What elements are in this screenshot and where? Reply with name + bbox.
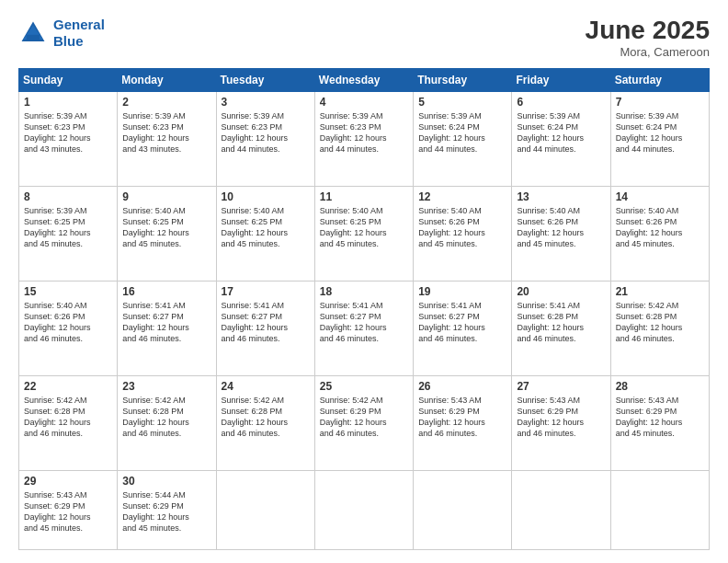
day-number: 13 xyxy=(517,190,605,203)
cell-info: Sunrise: 5:40 AM Sunset: 6:25 PM Dayligh… xyxy=(320,205,408,250)
cell-info: Sunrise: 5:43 AM Sunset: 6:29 PM Dayligh… xyxy=(418,395,506,440)
cell-info: Sunrise: 5:40 AM Sunset: 6:26 PM Dayligh… xyxy=(24,300,112,345)
calendar-cell: 9Sunrise: 5:40 AM Sunset: 6:25 PM Daylig… xyxy=(118,186,216,281)
calendar-week-3: 15Sunrise: 5:40 AM Sunset: 6:26 PM Dayli… xyxy=(19,281,710,375)
cell-info: Sunrise: 5:42 AM Sunset: 6:28 PM Dayligh… xyxy=(122,395,210,440)
calendar-cell: 8Sunrise: 5:39 AM Sunset: 6:25 PM Daylig… xyxy=(19,186,118,281)
calendar-cell xyxy=(414,470,512,549)
day-number: 9 xyxy=(122,190,210,203)
cell-info: Sunrise: 5:42 AM Sunset: 6:29 PM Dayligh… xyxy=(320,395,408,440)
day-number: 30 xyxy=(122,475,210,488)
logo-icon xyxy=(18,18,48,48)
day-number: 20 xyxy=(517,285,605,298)
calendar-cell: 23Sunrise: 5:42 AM Sunset: 6:28 PM Dayli… xyxy=(118,375,216,470)
cell-info: Sunrise: 5:41 AM Sunset: 6:28 PM Dayligh… xyxy=(517,300,605,345)
calendar-cell: 26Sunrise: 5:43 AM Sunset: 6:29 PM Dayli… xyxy=(414,375,512,470)
calendar-cell: 30Sunrise: 5:44 AM Sunset: 6:29 PM Dayli… xyxy=(118,470,216,549)
calendar-cell: 20Sunrise: 5:41 AM Sunset: 6:28 PM Dayli… xyxy=(512,281,610,375)
calendar-cell: 15Sunrise: 5:40 AM Sunset: 6:26 PM Dayli… xyxy=(19,281,118,375)
day-number: 28 xyxy=(616,380,704,393)
cell-info: Sunrise: 5:39 AM Sunset: 6:23 PM Dayligh… xyxy=(24,110,112,155)
cell-info: Sunrise: 5:39 AM Sunset: 6:24 PM Dayligh… xyxy=(517,110,605,155)
calendar-cell: 5Sunrise: 5:39 AM Sunset: 6:24 PM Daylig… xyxy=(414,91,512,186)
col-header-wednesday: Wednesday xyxy=(314,68,413,91)
calendar-cell: 10Sunrise: 5:40 AM Sunset: 6:25 PM Dayli… xyxy=(216,186,314,281)
calendar-cell: 18Sunrise: 5:41 AM Sunset: 6:27 PM Dayli… xyxy=(314,281,413,375)
cell-info: Sunrise: 5:43 AM Sunset: 6:29 PM Dayligh… xyxy=(24,489,112,534)
cell-info: Sunrise: 5:39 AM Sunset: 6:25 PM Dayligh… xyxy=(24,205,112,250)
month-title: June 2025 xyxy=(586,17,710,45)
cell-info: Sunrise: 5:41 AM Sunset: 6:27 PM Dayligh… xyxy=(320,300,408,345)
col-header-friday: Friday xyxy=(512,68,610,91)
cell-info: Sunrise: 5:40 AM Sunset: 6:25 PM Dayligh… xyxy=(122,205,210,250)
calendar-cell: 19Sunrise: 5:41 AM Sunset: 6:27 PM Dayli… xyxy=(414,281,512,375)
cell-info: Sunrise: 5:43 AM Sunset: 6:29 PM Dayligh… xyxy=(517,395,605,440)
cell-info: Sunrise: 5:39 AM Sunset: 6:24 PM Dayligh… xyxy=(616,110,704,155)
day-number: 6 xyxy=(517,96,605,109)
cell-info: Sunrise: 5:40 AM Sunset: 6:26 PM Dayligh… xyxy=(616,205,704,250)
logo: General Blue xyxy=(18,17,105,50)
calendar-week-1: 1Sunrise: 5:39 AM Sunset: 6:23 PM Daylig… xyxy=(19,91,710,186)
title-block: June 2025 Mora, Cameroon xyxy=(586,17,710,59)
day-number: 1 xyxy=(24,96,112,109)
cell-info: Sunrise: 5:39 AM Sunset: 6:23 PM Dayligh… xyxy=(222,110,310,155)
calendar-cell: 6Sunrise: 5:39 AM Sunset: 6:24 PM Daylig… xyxy=(512,91,610,186)
calendar-cell: 12Sunrise: 5:40 AM Sunset: 6:26 PM Dayli… xyxy=(414,186,512,281)
calendar-cell: 29Sunrise: 5:43 AM Sunset: 6:29 PM Dayli… xyxy=(19,470,118,549)
calendar-cell: 2Sunrise: 5:39 AM Sunset: 6:23 PM Daylig… xyxy=(118,91,216,186)
calendar-cell: 17Sunrise: 5:41 AM Sunset: 6:27 PM Dayli… xyxy=(216,281,314,375)
day-number: 11 xyxy=(320,190,408,203)
calendar-cell xyxy=(610,470,709,549)
calendar-cell: 13Sunrise: 5:40 AM Sunset: 6:26 PM Dayli… xyxy=(512,186,610,281)
calendar-week-4: 22Sunrise: 5:42 AM Sunset: 6:28 PM Dayli… xyxy=(19,375,710,470)
calendar-cell: 24Sunrise: 5:42 AM Sunset: 6:28 PM Dayli… xyxy=(216,375,314,470)
logo-line1: General xyxy=(53,17,105,32)
col-header-monday: Monday xyxy=(118,68,216,91)
calendar-header-row: SundayMondayTuesdayWednesdayThursdayFrid… xyxy=(19,68,710,91)
col-header-saturday: Saturday xyxy=(610,68,709,91)
col-header-tuesday: Tuesday xyxy=(216,68,314,91)
cell-info: Sunrise: 5:42 AM Sunset: 6:28 PM Dayligh… xyxy=(616,300,704,345)
day-number: 15 xyxy=(24,285,112,298)
cell-info: Sunrise: 5:43 AM Sunset: 6:29 PM Dayligh… xyxy=(616,395,704,440)
day-number: 7 xyxy=(616,96,704,109)
calendar-cell: 11Sunrise: 5:40 AM Sunset: 6:25 PM Dayli… xyxy=(314,186,413,281)
cell-info: Sunrise: 5:39 AM Sunset: 6:24 PM Dayligh… xyxy=(418,110,506,155)
calendar-cell: 16Sunrise: 5:41 AM Sunset: 6:27 PM Dayli… xyxy=(118,281,216,375)
day-number: 8 xyxy=(24,190,112,203)
cell-info: Sunrise: 5:41 AM Sunset: 6:27 PM Dayligh… xyxy=(122,300,210,345)
cell-info: Sunrise: 5:41 AM Sunset: 6:27 PM Dayligh… xyxy=(222,300,310,345)
day-number: 21 xyxy=(616,285,704,298)
day-number: 26 xyxy=(418,380,506,393)
calendar-cell xyxy=(314,470,413,549)
day-number: 17 xyxy=(222,285,310,298)
calendar-cell: 21Sunrise: 5:42 AM Sunset: 6:28 PM Dayli… xyxy=(610,281,709,375)
day-number: 18 xyxy=(320,285,408,298)
cell-info: Sunrise: 5:41 AM Sunset: 6:27 PM Dayligh… xyxy=(418,300,506,345)
logo-line2: Blue xyxy=(53,33,84,49)
cell-info: Sunrise: 5:40 AM Sunset: 6:26 PM Dayligh… xyxy=(517,205,605,250)
calendar-cell: 22Sunrise: 5:42 AM Sunset: 6:28 PM Dayli… xyxy=(19,375,118,470)
calendar-cell: 3Sunrise: 5:39 AM Sunset: 6:23 PM Daylig… xyxy=(216,91,314,186)
calendar-week-5: 29Sunrise: 5:43 AM Sunset: 6:29 PM Dayli… xyxy=(19,470,710,549)
cell-info: Sunrise: 5:42 AM Sunset: 6:28 PM Dayligh… xyxy=(24,395,112,440)
logo-text: General Blue xyxy=(53,17,105,50)
day-number: 3 xyxy=(222,96,310,109)
day-number: 22 xyxy=(24,380,112,393)
day-number: 27 xyxy=(517,380,605,393)
svg-rect-2 xyxy=(27,35,40,41)
day-number: 2 xyxy=(122,96,210,109)
day-number: 24 xyxy=(222,380,310,393)
day-number: 25 xyxy=(320,380,408,393)
day-number: 5 xyxy=(418,96,506,109)
day-number: 4 xyxy=(320,96,408,109)
location: Mora, Cameroon xyxy=(586,45,710,59)
cell-info: Sunrise: 5:40 AM Sunset: 6:26 PM Dayligh… xyxy=(418,205,506,250)
cell-info: Sunrise: 5:39 AM Sunset: 6:23 PM Dayligh… xyxy=(320,110,408,155)
calendar-cell: 1Sunrise: 5:39 AM Sunset: 6:23 PM Daylig… xyxy=(19,91,118,186)
calendar-cell xyxy=(512,470,610,549)
calendar-cell: 27Sunrise: 5:43 AM Sunset: 6:29 PM Dayli… xyxy=(512,375,610,470)
calendar-cell: 4Sunrise: 5:39 AM Sunset: 6:23 PM Daylig… xyxy=(314,91,413,186)
col-header-sunday: Sunday xyxy=(19,68,118,91)
cell-info: Sunrise: 5:40 AM Sunset: 6:25 PM Dayligh… xyxy=(222,205,310,250)
